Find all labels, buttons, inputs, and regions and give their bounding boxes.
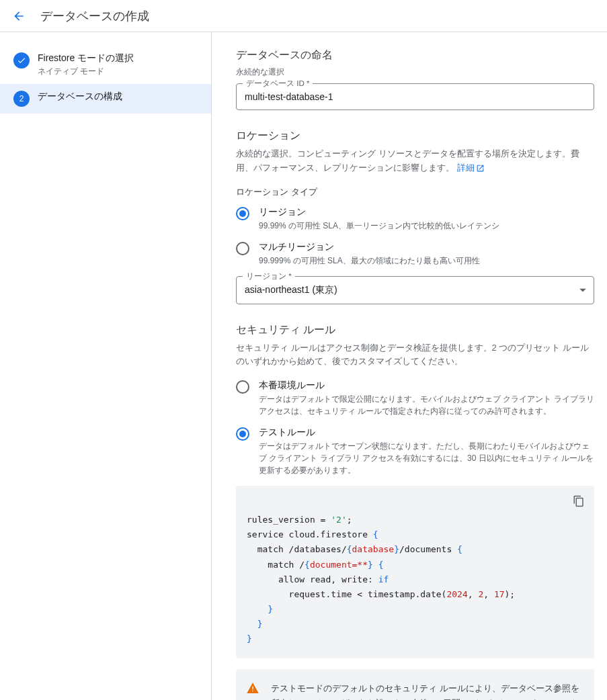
warning-text: テストモードのデフォルトのセキュリティ ルールにより、データベース参照を所有して…	[271, 681, 583, 700]
database-id-label: データベース ID *	[243, 79, 313, 89]
radio-production-rules[interactable]: 本番環境ルール データはデフォルトで限定公開になります。モバイルおよびウェブ ク…	[236, 380, 594, 417]
radio-icon	[236, 207, 249, 220]
radio-label: リージョン	[259, 206, 499, 218]
region-select-label: リージョン *	[243, 271, 295, 281]
step-subtitle: ネイティブ モード	[38, 66, 134, 77]
security-desc: セキュリティ ルールはアクセス制御とデータ検証を提供します。2 つのプリセット …	[236, 341, 594, 369]
step-number-icon: 2	[13, 91, 30, 107]
step-mode-select[interactable]: Firestore モードの選択 ネイティブ モード	[0, 46, 211, 84]
stepper-sidebar: Firestore モードの選択 ネイティブ モード 2 データベースの構成	[0, 32, 211, 700]
radio-test-rules[interactable]: テストルール データはデフォルトでオープン状態になります。ただし、長期にわたりモ…	[236, 427, 594, 476]
radio-desc: 99.999% の可用性 SLA、最大の領域にわたり最も高い可用性	[259, 255, 480, 267]
location-heading: ロケーション	[236, 129, 594, 143]
step-database-config[interactable]: 2 データベースの構成	[0, 84, 211, 114]
radio-desc: 99.99% の可用性 SLA、単一リージョン内で比較的低いレイテンシ	[259, 220, 499, 232]
check-icon	[13, 52, 30, 69]
radio-region[interactable]: リージョン 99.99% の可用性 SLA、単一リージョン内で比較的低いレイテン…	[236, 206, 594, 232]
location-type-label: ロケーション タイプ	[236, 186, 594, 198]
rules-code-block: rules_version = '2'; service cloud.fires…	[236, 486, 594, 658]
naming-heading: データベースの命名	[236, 48, 594, 62]
radio-icon	[236, 427, 249, 441]
external-link-icon	[476, 164, 485, 173]
security-heading: セキュリティ ルール	[236, 323, 594, 337]
radio-multi-region[interactable]: マルチリージョン 99.999% の可用性 SLA、最大の領域にわたり最も高い可…	[236, 241, 594, 267]
warning-icon	[247, 683, 259, 693]
step-title: Firestore モードの選択	[38, 52, 134, 64]
back-button[interactable]	[11, 8, 27, 24]
location-desc: 永続的な選択。コンピューティング リソースとデータを配置する場所を決定します。費…	[236, 147, 594, 175]
copy-icon	[573, 495, 585, 507]
radio-icon	[236, 242, 249, 255]
radio-desc: データはデフォルトでオープン状態になります。ただし、長期にわたりモバイルおよびウ…	[259, 440, 594, 476]
arrow-left-icon	[12, 9, 26, 23]
copy-button[interactable]	[570, 492, 588, 515]
radio-desc: データはデフォルトで限定公開になります。モバイルおよびウェブ クライアント ライ…	[259, 393, 594, 417]
step-title: データベースの構成	[38, 91, 122, 103]
radio-label: 本番環境ルール	[259, 380, 594, 392]
page-title: データベースの作成	[40, 8, 149, 24]
radio-label: マルチリージョン	[259, 241, 480, 253]
radio-label: テストルール	[259, 427, 594, 439]
location-details-link[interactable]: 詳細	[457, 161, 485, 175]
warning-box: テストモードのデフォルトのセキュリティ ルールにより、データベース参照を所有して…	[236, 669, 594, 700]
naming-subtext: 永続的な選択	[236, 67, 594, 78]
radio-icon	[236, 380, 249, 394]
